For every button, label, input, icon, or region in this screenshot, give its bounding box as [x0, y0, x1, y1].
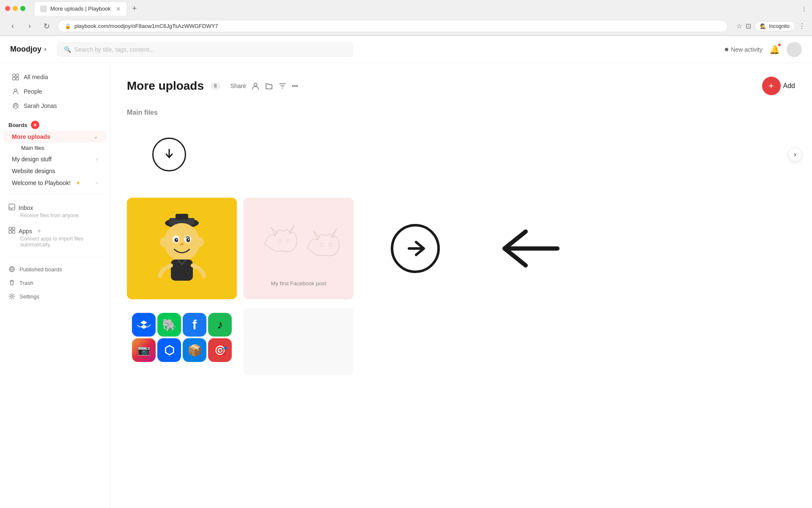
app-icons-image: 🐘 f ♪ 📷 ⬡ 📦 🎯	[127, 308, 237, 375]
sidebar-board-website-designs[interactable]: Website designs	[3, 165, 106, 177]
app-logo[interactable]: Moodjoy ▾	[10, 45, 47, 54]
sidebar-item-trash[interactable]: Trash	[0, 276, 110, 290]
svg-rect-9	[12, 227, 15, 230]
forward-button[interactable]: ›	[24, 20, 36, 32]
add-button[interactable]: +	[762, 77, 781, 95]
sidebar-board-design-stuff[interactable]: My design stuff ›	[3, 153, 106, 165]
page-title: More uploads	[127, 79, 204, 93]
window-controls	[5, 6, 25, 11]
sidebar-item-people[interactable]: People	[3, 84, 106, 99]
download-arrow-icon	[161, 146, 178, 163]
search-icon: 🔍	[64, 46, 71, 53]
sidebar-sub-main-files[interactable]: Main files	[3, 143, 106, 153]
notification-badge	[777, 43, 782, 47]
browser-menu-icon[interactable]: ⋮	[801, 6, 807, 12]
sidebar-board-more-uploads[interactable]: More uploads ⌄	[3, 131, 106, 143]
more-options-button[interactable]: •••	[292, 83, 298, 89]
app-header: Moodjoy ▾ 🔍 Search by title, tags, conte…	[0, 36, 812, 63]
grid-icon	[12, 73, 19, 81]
evernote-icon: 🐘	[157, 313, 181, 337]
chevron-right-icon: ›	[794, 151, 796, 158]
more-icon: •••	[292, 83, 298, 89]
section-title: Main files	[127, 109, 795, 116]
lock-icon: 🔒	[65, 23, 71, 29]
share-button[interactable]: Share	[230, 83, 246, 89]
browser-toolbar: ☆ ⊡ 🕵️ Incognito ⋮	[736, 21, 805, 31]
url-bar[interactable]: 🔒 playbook.com/moodjoy/oF8aow1mC6JgTsAzW…	[58, 20, 728, 32]
bookmark-icon[interactable]: ☆	[736, 22, 742, 30]
inbox-icon	[8, 204, 15, 212]
media-card-app-icons[interactable]: 🐘 f ♪ 📷 ⬡ 📦 🎯	[127, 308, 237, 375]
apps-item[interactable]: Apps +	[8, 227, 101, 235]
new-tab-button[interactable]: +	[129, 3, 140, 15]
design-stuff-chevron: ›	[96, 156, 98, 162]
maximize-window-dot[interactable]	[20, 6, 25, 11]
svg-point-23	[176, 239, 178, 240]
filter-button[interactable]	[278, 82, 287, 90]
light-card-image	[244, 308, 354, 375]
svg-point-29	[278, 239, 281, 243]
tab-close-button[interactable]: ✕	[116, 6, 121, 12]
sidebar-item-published-boards[interactable]: Published boards	[0, 262, 110, 276]
address-bar: ‹ › ↻ 🔒 playbook.com/moodjoy/oF8aow1mC6J…	[0, 17, 812, 36]
search-bar[interactable]: 🔍 Search by title, tags, content...	[57, 42, 353, 57]
inbox-label: Inbox	[19, 204, 33, 211]
media-card-facebook[interactable]: My first Facebook post	[244, 198, 354, 299]
media-card-arrow-left[interactable]	[477, 198, 587, 299]
filter-icon	[278, 82, 287, 90]
split-view-icon[interactable]: ⊡	[746, 22, 751, 30]
facebook-icon: f	[183, 313, 206, 337]
trash-icon	[8, 279, 15, 286]
active-browser-tab[interactable]: More uploads | Playbook ✕	[34, 1, 127, 16]
incognito-label: Incognito	[769, 23, 790, 29]
add-button-wrapper[interactable]: + Add	[762, 77, 795, 95]
scroll-right-button[interactable]: ›	[788, 148, 802, 161]
apps-section: Apps + Connect apps to import files auto…	[0, 223, 110, 252]
media-card-arrow-right[interactable]	[360, 198, 470, 299]
media-section: My first Facebook post	[127, 198, 795, 299]
media-card-mailchimp[interactable]	[127, 198, 237, 299]
website-designs-label: Website designs	[12, 168, 55, 174]
folder-button[interactable]	[265, 82, 273, 90]
page-actions: Share	[230, 82, 298, 90]
add-board-button[interactable]: +	[31, 121, 39, 129]
footer-section: Published boards Trash Settings	[0, 262, 110, 303]
upload-area[interactable]	[127, 125, 211, 184]
facebook-post-label: My first Facebook post	[271, 280, 326, 287]
sidebar: All media People	[0, 63, 110, 508]
media-card-light[interactable]	[244, 308, 354, 375]
svg-point-24	[188, 239, 189, 240]
sarah-label: Sarah Jonas	[24, 102, 57, 109]
browser-menu-dots[interactable]: ⋮	[798, 22, 805, 30]
sidebar-board-welcome[interactable]: Welcome to Playbook! ✦ ›	[3, 177, 106, 189]
svg-point-18	[164, 223, 200, 261]
dropbox-icon	[132, 313, 156, 337]
people-icon	[12, 88, 19, 95]
svg-point-13	[11, 295, 13, 298]
sidebar-item-sarah[interactable]: Sarah Jonas	[3, 99, 106, 113]
mailchimp-image	[127, 198, 237, 299]
boards-label: Boards	[8, 122, 27, 128]
back-button[interactable]: ‹	[7, 20, 19, 32]
minimize-window-dot[interactable]	[13, 6, 18, 11]
producthunt-icon: 🎯	[208, 338, 232, 362]
user-avatar[interactable]	[787, 42, 802, 57]
dropbox2-icon: ⬡	[157, 338, 181, 362]
svg-rect-2	[13, 77, 15, 80]
notification-button[interactable]: 🔔	[769, 44, 780, 55]
main-content: More uploads 8 Share	[110, 63, 812, 508]
sidebar-item-settings[interactable]: Settings	[0, 290, 110, 303]
incognito-badge: 🕵️ Incognito	[754, 21, 795, 31]
inbox-item[interactable]: Inbox	[8, 204, 101, 212]
sidebar-item-all-media[interactable]: All media	[3, 70, 106, 84]
published-boards-label: Published boards	[19, 266, 62, 273]
add-plus-icon: +	[768, 80, 774, 91]
reload-button[interactable]: ↻	[41, 20, 52, 32]
new-activity-label: New activity	[731, 46, 763, 53]
add-person-button[interactable]	[251, 82, 260, 90]
welcome-star-icon: ✦	[76, 179, 81, 186]
apps-add-button[interactable]: +	[37, 227, 41, 235]
svg-point-30	[286, 239, 290, 243]
close-window-dot[interactable]	[5, 6, 10, 11]
new-activity-button[interactable]: New activity	[725, 46, 763, 53]
